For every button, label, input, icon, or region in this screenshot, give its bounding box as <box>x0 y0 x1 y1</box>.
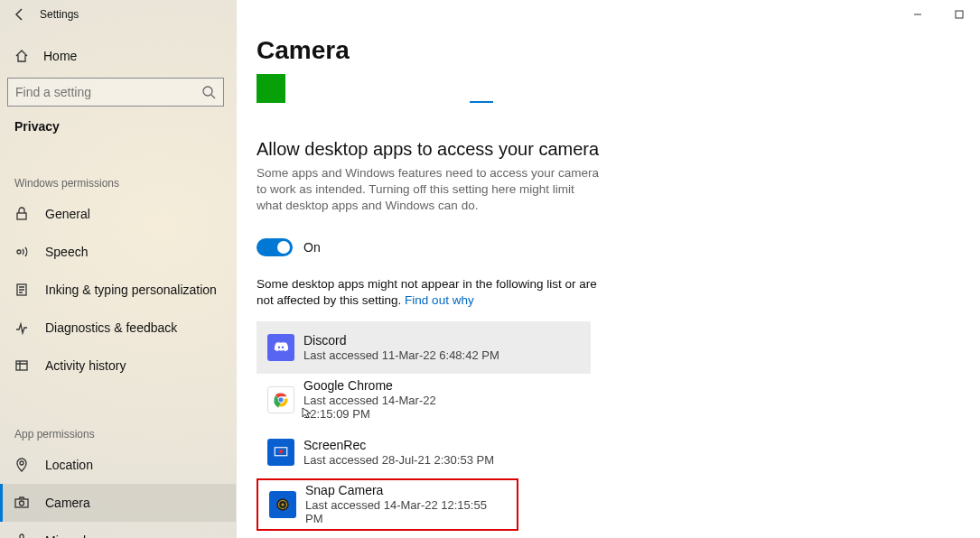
camera-icon <box>14 496 31 510</box>
svg-point-14 <box>279 450 284 454</box>
svg-point-17 <box>282 504 285 506</box>
screenrec-icon <box>267 439 294 466</box>
chrome-icon <box>267 386 294 413</box>
svg-rect-4 <box>16 361 27 370</box>
app-name: ScreenRec <box>303 438 494 453</box>
app-name: Google Chrome <box>303 378 448 394</box>
nav-item-label: Camera <box>45 496 90 510</box>
arrow-left-icon <box>13 7 27 22</box>
search-input[interactable] <box>15 85 201 99</box>
toggle-knob <box>277 241 290 254</box>
nav-item-label: Inking & typing personalization <box>45 283 217 297</box>
svg-point-7 <box>20 501 24 506</box>
section-description: Some apps and Windows features need to a… <box>257 165 600 215</box>
nav-item-label: General <box>45 207 90 221</box>
home-icon <box>14 49 31 63</box>
app-last-accessed: Last accessed 28-Jul-21 2:30:53 PM <box>303 453 494 468</box>
nav-item-general[interactable]: General <box>0 195 236 233</box>
search-icon <box>201 85 216 99</box>
app-last-accessed: Last accessed 14-Mar-22 12:15:55 PM <box>305 498 506 526</box>
svg-point-5 <box>20 461 23 465</box>
location-icon <box>14 458 31 472</box>
speech-icon <box>14 245 31 259</box>
nav-home[interactable]: Home <box>0 40 236 72</box>
nav-item-label: Location <box>45 458 93 472</box>
nav-list-windows-permissions: General Speech Inking & typing personali… <box>0 195 236 385</box>
snap-camera-icon <box>269 491 296 518</box>
nav-item-label: Microphone <box>45 533 111 538</box>
nav-item-speech[interactable]: Speech <box>0 233 236 271</box>
nav-item-camera[interactable]: Camera <box>0 484 236 522</box>
app-tile-icon <box>257 74 285 103</box>
lock-icon <box>14 207 31 221</box>
desktop-app-list: Discord Last accessed 11-Mar-22 6:48:42 … <box>257 321 591 538</box>
minimize-button[interactable] <box>897 0 938 29</box>
nav-item-label: Diagnostics & feedback <box>45 320 177 335</box>
app-row-telegram[interactable]: Telegram Desktop Last accessed 26-Jan-21… <box>257 531 591 538</box>
section-title: Allow desktop apps to access your camera <box>257 139 980 160</box>
window-buttons <box>897 0 980 29</box>
app-last-accessed: Last accessed 14-Mar-22 12:15:09 PM <box>303 394 448 422</box>
app-row-screenrec[interactable]: ScreenRec Last accessed 28-Jul-21 2:30:5… <box>257 426 591 478</box>
search-wrap <box>0 72 236 107</box>
nav-item-location[interactable]: Location <box>0 446 236 484</box>
note-text: Some desktop apps might not appear in th… <box>257 276 600 309</box>
nav-item-label: Activity history <box>45 358 126 373</box>
nav-item-diagnostics[interactable]: Diagnostics & feedback <box>0 309 236 347</box>
back-button[interactable] <box>0 0 40 29</box>
inking-icon <box>14 283 31 297</box>
content-area: Camera Allow desktop apps to access your… <box>237 0 980 538</box>
svg-rect-9 <box>956 11 963 18</box>
svg-rect-1 <box>17 213 26 219</box>
app-row-snap-camera[interactable]: Snap Camera Last accessed 14-Mar-22 12:1… <box>257 478 518 531</box>
nav-list-app-permissions: Location Camera Microphone <box>0 446 236 538</box>
titlebar: Settings <box>0 0 236 29</box>
nav-home-label: Home <box>43 49 77 63</box>
app-name: Snap Camera <box>305 483 506 498</box>
search-box[interactable] <box>7 78 224 107</box>
nav-item-label: Speech <box>45 245 88 259</box>
toggle-row: On <box>257 238 980 256</box>
svg-point-0 <box>203 87 212 96</box>
section-header-app-permissions: App permissions <box>0 428 236 441</box>
sidebar: Settings Home Privacy Windows permission… <box>0 0 237 538</box>
app-row-chrome[interactable]: Google Chrome Last accessed 14-Mar-22 12… <box>257 374 591 426</box>
find-out-why-link[interactable]: Find out why <box>405 293 474 307</box>
maximize-button[interactable] <box>938 0 980 29</box>
app-row-discord[interactable]: Discord Last accessed 11-Mar-22 6:48:42 … <box>257 321 591 374</box>
svg-point-2 <box>17 250 21 254</box>
svg-rect-8 <box>20 534 23 538</box>
camera-access-toggle[interactable] <box>257 238 293 256</box>
discord-icon <box>267 334 294 361</box>
category-heading: Privacy <box>0 107 236 134</box>
toggle-label: On <box>303 240 321 255</box>
diagnostics-icon <box>14 320 31 335</box>
app-title: Settings <box>40 8 79 21</box>
nav-item-activity-history[interactable]: Activity history <box>0 347 236 385</box>
section-header-windows-permissions: Windows permissions <box>0 177 236 190</box>
nav-item-inking[interactable]: Inking & typing personalization <box>0 271 236 309</box>
cursor-icon <box>302 407 313 420</box>
app-name: Discord <box>303 333 499 348</box>
nav-item-microphone[interactable]: Microphone <box>0 522 236 538</box>
app-last-accessed: Last accessed 11-Mar-22 6:48:42 PM <box>303 348 499 363</box>
page-title: Camera <box>257 36 980 65</box>
svg-rect-6 <box>15 499 28 507</box>
history-icon <box>14 358 31 373</box>
microphone-icon <box>14 533 31 538</box>
